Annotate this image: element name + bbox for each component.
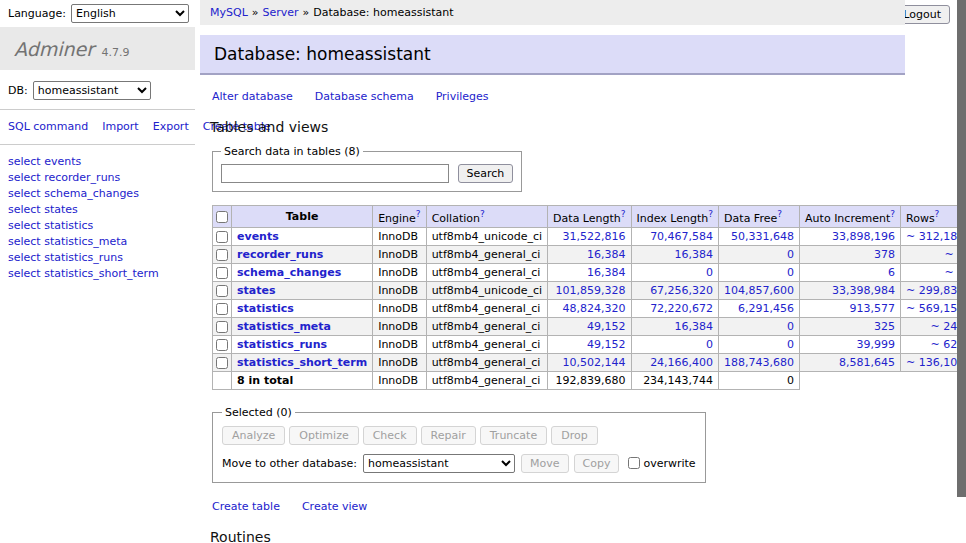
row-checkbox[interactable] <box>216 303 228 315</box>
data_length-link[interactable]: 49,152 <box>587 320 626 333</box>
rows-link[interactable]: ~ 299,833 <box>906 284 964 297</box>
table-name-link[interactable]: statistics_runs <box>237 338 327 351</box>
optimize-button[interactable]: Optimize <box>289 426 358 445</box>
select-all-checkbox[interactable] <box>216 211 228 223</box>
cell-data_length: 10,502,144 <box>548 353 631 371</box>
data_free-link[interactable]: 0 <box>787 338 794 351</box>
index_length-link[interactable]: 16,384 <box>675 320 714 333</box>
index_length-link[interactable]: 70,467,584 <box>650 230 713 243</box>
analyze-button[interactable]: Analyze <box>222 426 285 445</box>
search-button[interactable]: Search <box>458 164 514 183</box>
index_length-link[interactable]: 24,166,400 <box>650 356 713 369</box>
db-select[interactable]: homeassistant <box>33 81 151 100</box>
data_free-link[interactable]: 0 <box>787 248 794 261</box>
data_length-link[interactable]: 10,502,144 <box>563 356 626 369</box>
check-button[interactable]: Check <box>363 426 417 445</box>
table-name-link[interactable]: statistics_short_term <box>237 356 367 369</box>
data_length-link[interactable]: 16,384 <box>587 248 626 261</box>
breadcrumb-item[interactable]: Server <box>263 6 299 19</box>
data_free-link[interactable]: 0 <box>787 320 794 333</box>
create-view-link[interactable]: Create view <box>302 500 367 513</box>
row-checkbox[interactable] <box>216 321 228 333</box>
data_length-link[interactable]: 49,152 <box>587 338 626 351</box>
help-icon[interactable]: ? <box>621 209 626 219</box>
index_length-link[interactable]: 67,256,320 <box>650 284 713 297</box>
rows-link[interactable]: ~ 312,180 <box>906 230 964 243</box>
cell-index_length: 72,220,672 <box>631 299 719 317</box>
sidebar-select-statistics_meta[interactable]: select statistics_meta <box>8 234 187 250</box>
sidebar-select-recorder_runs[interactable]: select recorder_runs <box>8 170 187 186</box>
rows-link[interactable]: ~ 569,159 <box>906 302 964 315</box>
sidebar-command-import[interactable]: Import <box>102 120 139 133</box>
truncate-button[interactable]: Truncate <box>480 426 547 445</box>
adminer-logo-name[interactable]: Adminer <box>14 38 94 60</box>
sidebar-command-sql-command[interactable]: SQL command <box>8 120 88 133</box>
index_length-link[interactable]: 0 <box>706 266 713 279</box>
row-checkbox[interactable] <box>216 231 228 243</box>
table-header-row: TableEngine?Collation?Data Length?Index … <box>213 206 966 228</box>
sidebar-select-schema_changes[interactable]: select schema_changes <box>8 186 187 202</box>
row-checkbox[interactable] <box>216 249 228 261</box>
data_free-link[interactable]: 0 <box>787 266 794 279</box>
auto_increment-link[interactable]: 39,999 <box>857 338 896 351</box>
table-name-link[interactable]: states <box>237 284 276 297</box>
help-icon[interactable]: ? <box>416 209 421 219</box>
move-button[interactable]: Move <box>521 454 569 473</box>
data_free-link[interactable]: 188,743,680 <box>724 356 794 369</box>
drop-button[interactable]: Drop <box>551 426 597 445</box>
data_free-link[interactable]: 104,857,600 <box>724 284 794 297</box>
row-checkbox[interactable] <box>216 267 228 279</box>
auto_increment-link[interactable]: 6 <box>888 266 895 279</box>
action-database-schema[interactable]: Database schema <box>315 90 414 103</box>
table-name-link[interactable]: statistics_meta <box>237 320 331 333</box>
row-checkbox[interactable] <box>216 357 228 369</box>
overwrite-checkbox[interactable] <box>628 457 640 469</box>
index_length-link[interactable]: 72,220,672 <box>650 302 713 315</box>
row-checkbox[interactable] <box>216 285 228 297</box>
help-icon[interactable]: ? <box>708 209 713 219</box>
create-table-link[interactable]: Create table <box>212 500 280 513</box>
row-checkbox-cell <box>213 245 232 263</box>
repair-button[interactable]: Repair <box>421 426 476 445</box>
sidebar-select-states[interactable]: select states <box>8 202 187 218</box>
auto_increment-link[interactable]: 913,577 <box>850 302 896 315</box>
breadcrumb-item[interactable]: MySQL <box>210 6 248 19</box>
auto_increment-link[interactable]: 33,898,196 <box>832 230 895 243</box>
data_length-link[interactable]: 48,824,320 <box>563 302 626 315</box>
move-db-select[interactable]: homeassistant <box>363 454 515 473</box>
table-name-link[interactable]: events <box>237 230 279 243</box>
table-name-link[interactable]: statistics <box>237 302 294 315</box>
auto_increment-link[interactable]: 8,581,645 <box>839 356 895 369</box>
auto_increment-link[interactable]: 378 <box>874 248 895 261</box>
data_length-link[interactable]: 31,522,816 <box>563 230 626 243</box>
data_length-link[interactable]: 101,859,328 <box>556 284 626 297</box>
auto_increment-link[interactable]: 33,398,984 <box>832 284 895 297</box>
row-checkbox[interactable] <box>216 339 228 351</box>
data_length-link[interactable]: 16,384 <box>587 266 626 279</box>
copy-button[interactable]: Copy <box>574 454 620 473</box>
action-privileges[interactable]: Privileges <box>436 90 489 103</box>
table-name-link[interactable]: schema_changes <box>237 266 341 279</box>
rows-link[interactable]: ~ 136,108 <box>906 356 964 369</box>
help-icon[interactable]: ? <box>935 209 940 219</box>
help-icon[interactable]: ? <box>777 209 782 219</box>
sidebar-select-statistics[interactable]: select statistics <box>8 218 187 234</box>
vertical-scrollbar[interactable] <box>957 0 966 543</box>
sidebar-select-statistics_short_term[interactable]: select statistics_short_term <box>8 266 187 282</box>
help-icon[interactable]: ? <box>890 209 895 219</box>
help-icon[interactable]: ? <box>480 209 485 219</box>
data_free-link[interactable]: 6,291,456 <box>738 302 794 315</box>
sidebar-select-events[interactable]: select events <box>8 154 187 170</box>
language-select[interactable]: English <box>71 4 189 23</box>
sidebar-command-export[interactable]: Export <box>153 120 189 133</box>
index_length-link[interactable]: 0 <box>706 338 713 351</box>
auto_increment-link[interactable]: 325 <box>874 320 895 333</box>
search-input[interactable] <box>221 164 449 183</box>
index_length-link[interactable]: 16,384 <box>675 248 714 261</box>
data_free-link[interactable]: 50,331,648 <box>731 230 794 243</box>
sidebar-select-statistics_runs[interactable]: select statistics_runs <box>8 250 187 266</box>
table-row: statistics_metaInnoDButf8mb4_general_ci4… <box>213 317 966 335</box>
action-alter-database[interactable]: Alter database <box>212 90 293 103</box>
scrollbar-thumb[interactable] <box>957 0 966 497</box>
table-name-link[interactable]: recorder_runs <box>237 248 323 261</box>
